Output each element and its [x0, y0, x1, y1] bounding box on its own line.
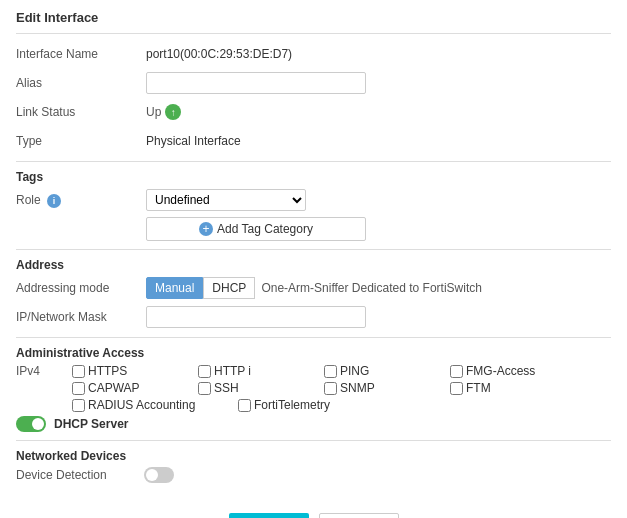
section-divider-4 — [16, 440, 611, 441]
manual-button[interactable]: Manual — [146, 277, 203, 299]
section-divider-1 — [16, 161, 611, 162]
ping-checkbox[interactable] — [324, 365, 337, 378]
interface-name-value: port10(00:0C:29:53:DE:D7) — [146, 47, 292, 61]
add-tag-button[interactable]: + Add Tag Category — [146, 217, 366, 241]
interface-name-row: Interface Name port10(00:0C:29:53:DE:D7) — [16, 42, 611, 66]
capwap-checkbox[interactable] — [72, 382, 85, 395]
device-detection-toggle[interactable] — [144, 467, 174, 483]
section-divider-2 — [16, 249, 611, 250]
role-select[interactable]: Undefined LAN WAN DMZ — [146, 189, 306, 211]
fmg-checkbox[interactable] — [450, 365, 463, 378]
capwap-label: CAPWAP — [88, 381, 140, 395]
dhcp-server-row: DHCP Server — [16, 416, 611, 432]
ip-mask-input[interactable] — [146, 306, 366, 328]
link-status-row: Link Status Up ↑ — [16, 100, 611, 124]
radius-label: RADIUS Accounting — [88, 398, 195, 412]
dhcp-button[interactable]: DHCP — [203, 277, 255, 299]
access-row-1: IPv4 HTTPS HTTP i PING FMG-Access — [16, 364, 611, 378]
capwap-checkbox-item[interactable]: CAPWAP — [72, 381, 182, 395]
ipv4-label: IPv4 — [16, 364, 56, 378]
add-tag-label: Add Tag Category — [217, 222, 313, 236]
snmp-label: SNMP — [340, 381, 375, 395]
radius-checkbox[interactable] — [72, 399, 85, 412]
admin-access-section: Administrative Access IPv4 HTTPS HTTP i … — [16, 346, 611, 412]
ssh-label: SSH — [214, 381, 239, 395]
type-value: Physical Interface — [146, 134, 241, 148]
up-icon: ↑ — [165, 104, 181, 120]
edit-interface-form: Edit Interface Interface Name port10(00:… — [0, 0, 627, 518]
device-detection-row: Device Detection — [16, 467, 611, 483]
fortitelemetry-label: FortiTelemetry — [254, 398, 330, 412]
fmg-checkbox-item[interactable]: FMG-Access — [450, 364, 560, 378]
role-label: Role i — [16, 193, 146, 208]
addressing-mode-group: Manual DHCP One-Arm-Sniffer Dedicated to… — [146, 277, 482, 299]
ip-mask-row: IP/Network Mask — [16, 305, 611, 329]
section-divider-3 — [16, 337, 611, 338]
address-section-title: Address — [16, 258, 611, 272]
header-divider — [16, 33, 611, 34]
networked-devices-title: Networked Devices — [16, 449, 611, 463]
alias-input[interactable] — [146, 72, 366, 94]
interface-name-label: Interface Name — [16, 47, 146, 61]
networked-devices-section: Networked Devices Device Detection — [16, 449, 611, 483]
admin-access-title: Administrative Access — [16, 346, 611, 360]
cancel-button[interactable]: Cancel — [319, 513, 399, 518]
snmp-checkbox-item[interactable]: SNMP — [324, 381, 434, 395]
http-checkbox[interactable] — [198, 365, 211, 378]
dhcp-toggle-slider — [16, 416, 46, 432]
ping-checkbox-item[interactable]: PING — [324, 364, 434, 378]
fortitelemetry-checkbox-item[interactable]: FortiTelemetry — [238, 398, 348, 412]
dhcp-server-label: DHCP Server — [54, 417, 128, 431]
page-title: Edit Interface — [16, 10, 611, 25]
http-info-icon[interactable]: i — [248, 364, 251, 378]
ssh-checkbox-item[interactable]: SSH — [198, 381, 308, 395]
plus-circle-icon: + — [199, 222, 213, 236]
role-info-icon[interactable]: i — [47, 194, 61, 208]
alias-row: Alias — [16, 71, 611, 95]
addressing-mode-label: Addressing mode — [16, 281, 146, 295]
addressing-mode-row: Addressing mode Manual DHCP One-Arm-Snif… — [16, 276, 611, 300]
https-checkbox[interactable] — [72, 365, 85, 378]
ip-mask-label: IP/Network Mask — [16, 310, 146, 324]
ftm-checkbox[interactable] — [450, 382, 463, 395]
snmp-checkbox[interactable] — [324, 382, 337, 395]
https-label: HTTPS — [88, 364, 127, 378]
up-text: Up — [146, 105, 161, 119]
ftm-checkbox-item[interactable]: FTM — [450, 381, 560, 395]
alias-label: Alias — [16, 76, 146, 90]
device-detection-label: Device Detection — [16, 468, 136, 482]
device-detection-slider — [144, 467, 174, 483]
ping-label: PING — [340, 364, 369, 378]
ftm-label: FTM — [466, 381, 491, 395]
ok-button[interactable]: OK — [229, 513, 309, 518]
sniffer-label: One-Arm-Sniffer Dedicated to FortiSwitch — [261, 281, 482, 295]
type-label: Type — [16, 134, 146, 148]
link-status-value: Up ↑ — [146, 104, 181, 120]
access-row-2: CAPWAP SSH SNMP FTM — [16, 381, 611, 395]
type-row: Type Physical Interface — [16, 129, 611, 153]
https-checkbox-item[interactable]: HTTPS — [72, 364, 182, 378]
access-row-3: RADIUS Accounting FortiTelemetry — [16, 398, 611, 412]
role-row: Role i Undefined LAN WAN DMZ — [16, 188, 611, 212]
http-label: HTTP — [214, 364, 245, 378]
http-checkbox-item[interactable]: HTTP i — [198, 364, 308, 378]
fmg-label: FMG-Access — [466, 364, 535, 378]
dhcp-server-toggle[interactable] — [16, 416, 46, 432]
fortitelemetry-checkbox[interactable] — [238, 399, 251, 412]
link-status-label: Link Status — [16, 105, 146, 119]
radius-checkbox-item[interactable]: RADIUS Accounting — [72, 398, 222, 412]
ssh-checkbox[interactable] — [198, 382, 211, 395]
footer-buttons: OK Cancel — [16, 503, 611, 518]
tags-section-title: Tags — [16, 170, 611, 184]
